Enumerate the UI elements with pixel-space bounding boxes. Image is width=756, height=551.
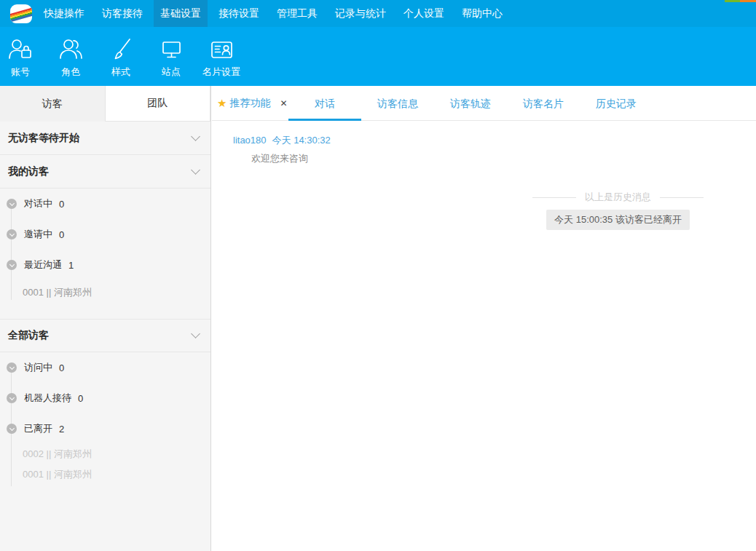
business-card-settings-label: 名片设置 [202, 66, 240, 79]
collapse-circle-icon [7, 229, 17, 239]
collapse-circle-icon [7, 424, 17, 434]
app-logo-icon [10, 4, 32, 23]
divider-line [532, 197, 576, 198]
window-edge-strip-green [725, 0, 740, 2]
menu-item-personal-settings[interactable]: 个人设置 [397, 0, 451, 27]
filter-label: 最近沟通 [24, 258, 62, 271]
business-card-icon [208, 36, 235, 63]
visitor-sidebar: 访客 团队 无访客等待开始 我的访客 对话中 0 邀请中 0 最近沟通 1 00… [0, 86, 211, 551]
menu-item-reception-settings[interactable]: 接待设置 [212, 0, 266, 27]
style-button[interactable]: 样式 [101, 36, 141, 86]
filter-count: 1 [68, 260, 74, 271]
history-divider: 以上是历史消息 [532, 191, 704, 204]
visitor-entry[interactable]: 0001 || 河南郑州 [0, 464, 210, 485]
divider-text: 以上是历史消息 [585, 191, 651, 204]
collapse-circle-icon [7, 393, 17, 403]
chevron-down-icon [191, 132, 200, 141]
star-icon: ★ [217, 97, 227, 110]
filter-visiting[interactable]: 访问中 0 [0, 352, 210, 383]
tab-history[interactable]: 历史记录 [580, 86, 653, 121]
filter-left[interactable]: 已离开 2 [0, 413, 210, 444]
tab-visitors[interactable]: 访客 [0, 86, 105, 122]
status-note-wrap: 今天 15:00:35 该访客已经离开 [532, 210, 704, 230]
site-button[interactable]: 站点 [151, 36, 192, 86]
tab-label: 推荐功能 [229, 97, 270, 110]
filter-label: 对话中 [24, 197, 52, 210]
message-sender: litao180 [233, 135, 267, 146]
visitor-entry[interactable]: 0001 || 河南郑州 [0, 280, 210, 305]
menu-item-management-tools[interactable]: 管理工具 [270, 0, 324, 27]
account-lock-icon [7, 36, 34, 63]
message-header: litao180今天 14:30:32 [233, 134, 756, 147]
section-header-no-waiting[interactable]: 无访客等待开始 [0, 122, 210, 155]
chevron-down-icon [191, 329, 200, 338]
filter-count: 0 [59, 229, 64, 240]
tab-visitor-track[interactable]: 访客轨迹 [434, 86, 507, 121]
divider-line [660, 197, 704, 198]
roles-button[interactable]: 角色 [50, 36, 91, 86]
style-brush-icon [108, 36, 134, 63]
filter-count: 0 [59, 199, 64, 210]
filter-label: 访问中 [24, 361, 52, 374]
section-title: 我的访客 [8, 165, 49, 178]
filter-robot-reception[interactable]: 机器人接待 0 [0, 383, 210, 413]
collapse-circle-icon [7, 260, 17, 270]
section-title: 全部访客 [8, 329, 49, 342]
filter-label: 机器人接待 [24, 392, 71, 405]
filter-count: 0 [78, 393, 83, 404]
all-visitors-group: 访问中 0 机器人接待 0 已离开 2 0002 || 河南郑州 0001 ||… [0, 352, 210, 485]
business-card-settings-button[interactable]: 名片设置 [201, 36, 242, 86]
section-header-all-visitors[interactable]: 全部访客 [0, 319, 210, 352]
filter-label: 邀请中 [24, 228, 52, 241]
account-label: 账号 [11, 66, 30, 79]
filter-recent-contact[interactable]: 最近沟通 1 [0, 250, 210, 280]
roles-icon [58, 36, 84, 63]
main-tab-bar: ★ 推荐功能 ✕ 对话 访客信息 访客轨迹 访客名片 历史记录 [212, 86, 756, 121]
message-text: 欢迎您来咨询 [251, 152, 756, 165]
account-button[interactable]: 账号 [0, 36, 41, 86]
menu-item-quick-actions[interactable]: 快捷操作 [37, 0, 91, 27]
filter-inviting[interactable]: 邀请中 0 [0, 219, 210, 250]
filter-in-conversation[interactable]: 对话中 0 [0, 189, 210, 219]
message-time: 今天 14:30:32 [272, 135, 331, 146]
site-monitor-icon [158, 36, 184, 63]
menu-item-basic-settings[interactable]: 基础设置 [154, 0, 208, 27]
section-header-my-visitors[interactable]: 我的访客 [0, 155, 210, 189]
filter-label: 已离开 [24, 422, 52, 435]
tab-visitor-card[interactable]: 访客名片 [507, 86, 580, 121]
menu-item-visitor-reception[interactable]: 访客接待 [95, 0, 149, 27]
menu-item-help-center[interactable]: 帮助中心 [455, 0, 509, 27]
visitor-entry[interactable]: 0002 || 河南郑州 [0, 444, 210, 464]
tab-visitor-info[interactable]: 访客信息 [361, 86, 434, 121]
site-label: 站点 [162, 66, 181, 79]
roles-label: 角色 [61, 66, 80, 79]
filter-count: 2 [59, 424, 64, 435]
style-label: 样式 [111, 66, 130, 79]
close-icon[interactable]: ✕ [280, 98, 287, 108]
tab-team[interactable]: 团队 [105, 86, 211, 122]
menubar: 快捷操作 访客接待 基础设置 接待设置 管理工具 记录与统计 个人设置 帮助中心 [0, 0, 756, 27]
filter-count: 0 [59, 362, 64, 373]
tab-conversation[interactable]: 对话 [288, 86, 361, 121]
chevron-down-icon [191, 165, 200, 175]
chat-panel: litao180今天 14:30:32 欢迎您来咨询 以上是历史消息 今天 15… [212, 134, 756, 551]
tab-recommended-features[interactable]: ★ 推荐功能 ✕ [212, 97, 288, 110]
sidebar-tabs: 访客 团队 [0, 86, 210, 122]
my-visitors-group: 对话中 0 邀请中 0 最近沟通 1 0001 || 河南郑州 [0, 189, 210, 319]
window-edge-strip-orange [740, 0, 756, 2]
section-title: 无访客等待开始 [8, 132, 79, 145]
collapse-circle-icon [7, 362, 17, 373]
visitor-left-status: 今天 15:00:35 该访客已经离开 [546, 210, 690, 230]
settings-toolbar: 账号 角色 样式 站点 [0, 27, 756, 86]
menu-item-records-statistics[interactable]: 记录与统计 [328, 0, 393, 27]
collapse-circle-icon [7, 199, 17, 209]
main-area: ★ 推荐功能 ✕ 对话 访客信息 访客轨迹 访客名片 历史记录 litao180… [212, 86, 756, 551]
chat-message: litao180今天 14:30:32 欢迎您来咨询 [233, 134, 756, 165]
